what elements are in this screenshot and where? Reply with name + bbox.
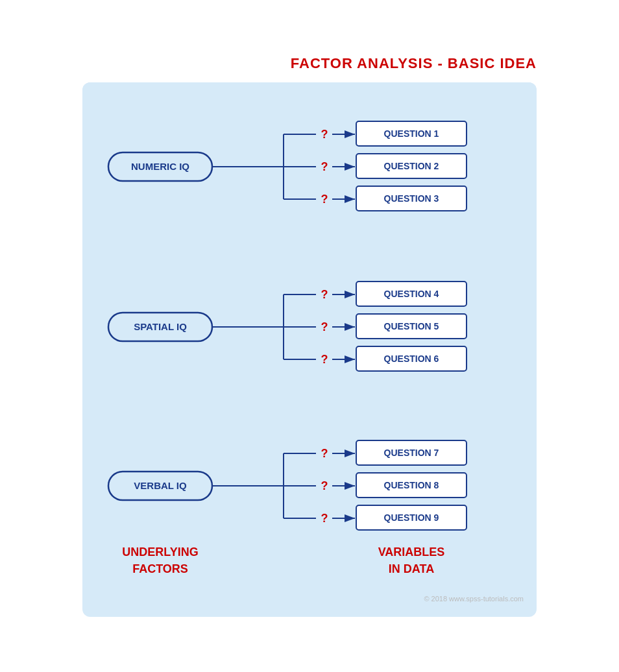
question-box-8: QUESTION 8 — [384, 480, 439, 490]
qmark-3: ? — [321, 193, 328, 206]
qmark-8: ? — [321, 479, 328, 492]
question-box-2: QUESTION 2 — [384, 161, 439, 171]
diagram-svg: NUMERIC IQ ? ? ? QUESTION 1 QU — [82, 82, 537, 614]
question-box-9: QUESTION 9 — [384, 512, 439, 523]
svg-rect-2 — [261, 82, 271, 588]
qmark-1: ? — [321, 128, 328, 141]
qmark-6: ? — [321, 353, 328, 366]
qmark-2: ? — [321, 160, 328, 173]
factor-label-numeric: NUMERIC IQ — [131, 161, 189, 172]
left-label-line1: UNDERLYING — [122, 546, 198, 558]
factor-label-verbal: VERBAL IQ — [134, 480, 187, 491]
diagram: NUMERIC IQ ? ? ? QUESTION 1 QU — [82, 82, 537, 617]
question-box-6: QUESTION 6 — [384, 354, 439, 364]
question-box-1: QUESTION 1 — [384, 128, 439, 139]
page-title: FACTOR ANALYSIS - BASIC IDEA — [82, 55, 537, 72]
copyright-text: © 2018 www.spss-tutorials.com — [424, 595, 524, 603]
main-container: FACTOR ANALYSIS - BASIC IDEA NUMERIC IQ … — [63, 42, 556, 630]
right-label-line1: VARIABLES — [378, 546, 445, 558]
left-label-line2: FACTORS — [132, 562, 188, 575]
qmark-9: ? — [321, 512, 328, 525]
qmark-5: ? — [321, 320, 328, 333]
factor-label-spatial: SPATIAL IQ — [134, 321, 187, 332]
question-box-5: QUESTION 5 — [384, 321, 439, 331]
right-label-line2: IN DATA — [389, 562, 434, 575]
question-box-4: QUESTION 4 — [384, 289, 439, 299]
question-box-7: QUESTION 7 — [384, 448, 439, 458]
qmark-4: ? — [321, 288, 328, 301]
qmark-7: ? — [321, 447, 328, 460]
question-box-3: QUESTION 3 — [384, 193, 439, 204]
